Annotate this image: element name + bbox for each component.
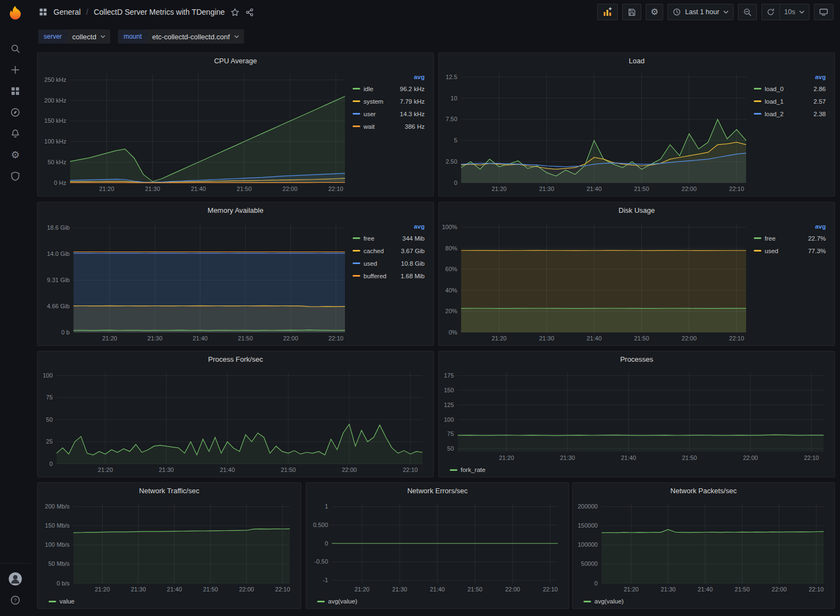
variable-server[interactable]: server collectd: [38, 29, 110, 44]
chevron-down-icon: [723, 10, 729, 14]
breadcrumb-folder[interactable]: General: [53, 8, 81, 16]
processes-chart[interactable]: 21:2021:3021:4021:5022:0022:105075100125…: [441, 367, 831, 464]
legend-avg-header[interactable]: avg: [754, 71, 826, 82]
refresh-button[interactable]: [761, 4, 780, 20]
admin-shield-icon[interactable]: [0, 165, 31, 187]
svg-text:150000: 150000: [577, 522, 598, 529]
grafana-logo[interactable]: [7, 5, 23, 23]
add-panel-button[interactable]: [597, 4, 618, 20]
time-range-label: Last 1 hour: [685, 8, 719, 16]
series-color-swatch: [583, 601, 591, 602]
svg-text:4.66 Gib: 4.66 Gib: [47, 303, 70, 309]
memory-available-chart[interactable]: 21:2021:3021:4021:5022:0022:100 b4.66 Gi…: [40, 218, 353, 344]
network-traffic-chart[interactable]: 21:2021:3021:4021:5022:0022:100 b/s50 Mb…: [40, 498, 297, 595]
legend-item-used[interactable]: used10.8 Gib: [353, 257, 425, 270]
share-icon[interactable]: [245, 8, 254, 17]
save-dashboard-button[interactable]: [622, 4, 641, 20]
svg-text:0: 0: [594, 580, 598, 587]
search-icon[interactable]: [0, 38, 31, 59]
svg-text:22:00: 22:00: [743, 454, 758, 461]
refresh-interval-dropdown[interactable]: 10s: [780, 4, 809, 20]
legend-item-wait[interactable]: wait386 Hz: [353, 120, 425, 133]
sidebar: ⚙ ?: [0, 0, 31, 616]
svg-text:50 kHz: 50 kHz: [47, 159, 66, 165]
svg-text:21:20: 21:20: [492, 335, 507, 342]
panel-title-load[interactable]: Load: [439, 53, 835, 68]
legend-item-load0[interactable]: load_02.86: [754, 82, 826, 95]
load-legend: avg load_02.86 load_12.57 load_22.38: [754, 68, 831, 195]
explore-compass-icon[interactable]: [0, 101, 31, 123]
legend-item-buffered[interactable]: buffered1.68 Mib: [353, 270, 425, 282]
cpu-average-chart[interactable]: 21:2021:3021:4021:5022:0022:100 Hz50 kHz…: [40, 68, 353, 195]
svg-text:-1: -1: [323, 577, 328, 583]
main-area: General / CollectD Server Metrics with T…: [31, 0, 840, 616]
help-icon[interactable]: ?: [0, 589, 31, 611]
configuration-gear-icon[interactable]: ⚙: [0, 144, 31, 165]
network-errors-chart[interactable]: 21:2021:3021:4021:5022:0022:10-1-0.5000.…: [308, 498, 565, 595]
svg-text:21:40: 21:40: [430, 586, 445, 593]
legend-item-load2[interactable]: load_22.38: [754, 107, 826, 120]
dashboard-settings-button[interactable]: ⚙: [646, 4, 663, 20]
legend-item-idle[interactable]: idle96.2 kHz: [353, 82, 425, 95]
svg-text:21:20: 21:20: [354, 586, 370, 593]
legend-item-free[interactable]: free344 Mib: [353, 232, 425, 244]
svg-text:22:10: 22:10: [543, 586, 558, 593]
svg-text:7.50: 7.50: [445, 116, 457, 122]
svg-text:21:50: 21:50: [634, 335, 650, 342]
panel-title-network-errors[interactable]: Network Errors/sec: [306, 483, 569, 498]
series-color-swatch: [353, 125, 360, 127]
legend-avg-header[interactable]: avg: [353, 71, 425, 82]
cycle-view-mode-button[interactable]: [814, 4, 833, 20]
zoom-out-button[interactable]: [738, 4, 757, 20]
load-chart[interactable]: 21:2021:3021:4021:5022:0022:1002.5057.50…: [441, 68, 754, 195]
legend-item-user[interactable]: user14.3 kHz: [353, 107, 425, 120]
add-panel-icon: [602, 7, 613, 17]
chevron-down-icon: [234, 35, 239, 38]
svg-text:75: 75: [447, 430, 454, 437]
legend-item-fork-rate[interactable]: fork_rate: [441, 464, 831, 476]
svg-text:2.50: 2.50: [445, 158, 457, 165]
panel-title-process-fork[interactable]: Process Fork/sec: [38, 351, 433, 367]
legend-avg-header[interactable]: avg: [353, 221, 425, 232]
legend-item-load1[interactable]: load_12.57: [754, 95, 826, 107]
svg-text:21:20: 21:20: [102, 335, 117, 342]
legend-item-cached[interactable]: cached3.67 Gib: [353, 244, 425, 257]
disk-usage-chart[interactable]: 21:2021:3021:4021:5022:0022:100%20%40%60…: [441, 218, 754, 344]
svg-text:21:20: 21:20: [492, 186, 507, 192]
panel-title-memory-available[interactable]: Memory Available: [38, 202, 433, 218]
panel-title-network-traffic[interactable]: Network Traffic/sec: [38, 483, 301, 498]
series-color-swatch: [754, 100, 761, 102]
create-plus-icon[interactable]: [0, 59, 31, 80]
panel-title-network-packets[interactable]: Network Packets/sec: [573, 483, 835, 498]
panel-load: Load 21:2021:3021:4021:5022:0022:1002.50…: [438, 52, 835, 196]
variable-mount[interactable]: mount etc-collectd-collectd.conf: [118, 29, 244, 44]
legend-item-avg-value[interactable]: avg(value): [575, 595, 831, 607]
svg-text:9.31 Gib: 9.31 Gib: [47, 277, 70, 283]
svg-text:80%: 80%: [445, 245, 457, 252]
panel-title-disk-usage[interactable]: Disk Usage: [439, 202, 835, 218]
dashboards-icon[interactable]: [0, 80, 31, 101]
svg-text:100 kHz: 100 kHz: [44, 138, 66, 145]
legend-item-used[interactable]: used77.3%: [754, 244, 826, 257]
svg-text:22:10: 22:10: [729, 335, 744, 342]
svg-text:0.500: 0.500: [313, 522, 328, 528]
panel-title-cpu-average[interactable]: CPU Average: [38, 53, 433, 68]
legend-item-system[interactable]: system7.79 kHz: [353, 95, 425, 107]
svg-text:0%: 0%: [449, 329, 457, 336]
legend-item-value[interactable]: value: [40, 595, 297, 607]
panel-title-processes[interactable]: Processes: [439, 351, 835, 367]
user-avatar[interactable]: [0, 568, 31, 589]
svg-text:22:00: 22:00: [772, 586, 787, 593]
legend-item-avg-value[interactable]: avg(value): [308, 595, 565, 607]
process-fork-chart[interactable]: 21:2021:3021:4021:5022:0022:100255075100: [40, 367, 430, 476]
star-icon[interactable]: [230, 8, 240, 17]
network-packets-chart[interactable]: 21:2021:3021:4021:5022:0022:100500001000…: [575, 498, 831, 595]
legend-item-free[interactable]: free22.7%: [754, 232, 826, 244]
apps-icon[interactable]: [38, 7, 48, 17]
alerting-bell-icon[interactable]: [0, 123, 31, 144]
svg-text:21:50: 21:50: [735, 586, 750, 593]
time-range-picker[interactable]: Last 1 hour: [668, 4, 734, 20]
legend-avg-header[interactable]: avg: [754, 221, 826, 232]
svg-text:21:50: 21:50: [682, 454, 697, 461]
svg-text:22:10: 22:10: [329, 335, 344, 342]
